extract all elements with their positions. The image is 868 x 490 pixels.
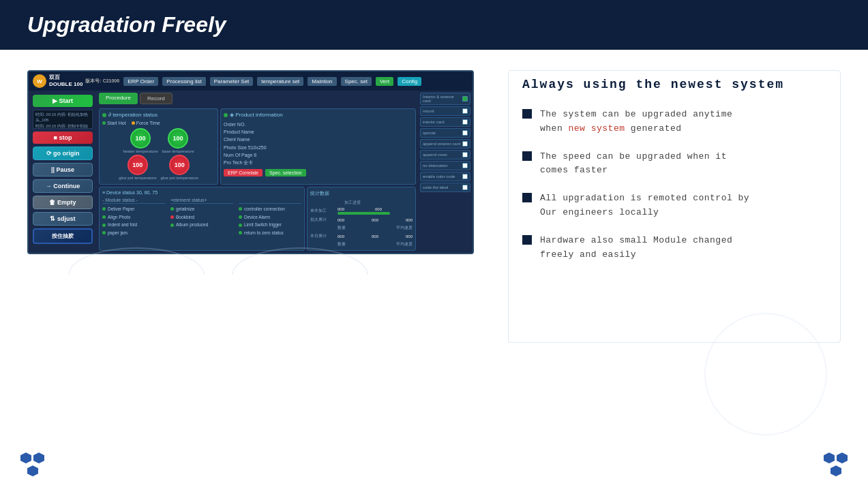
stats-vals-2: 000 000 000 <box>338 218 413 222</box>
enable-color-checkbox[interactable] <box>462 174 468 179</box>
special-checkbox[interactable] <box>462 130 468 136</box>
sub2: 平均速度 <box>396 225 413 231</box>
enable-color-label: enable color code <box>423 174 455 179</box>
sub3: 数量 <box>338 241 346 247</box>
sv4: 000 <box>338 218 344 222</box>
gelatinize-dot <box>170 207 174 211</box>
mount-checkbox[interactable] <box>462 108 468 114</box>
device-columns: - Module status - Deliver Paper Align Ph… <box>102 198 301 237</box>
no-dislocation-item[interactable]: no dislocation <box>420 161 470 170</box>
continue-button[interactable]: → Continue <box>33 179 93 193</box>
erp-correlate-btn[interactable]: ERP Correlate <box>224 169 263 177</box>
paper-jam-item: paper jam <box>102 229 165 237</box>
heater-temp-gauge: 100 heater temperature <box>123 128 158 153</box>
go-origin-button[interactable]: ⟳ go origin <box>33 147 93 160</box>
stats-header-2: 加工进度 <box>344 200 378 206</box>
glue-pot-1-gauge: 100 glue pot temperature <box>119 155 156 180</box>
start-button[interactable]: ▶ Start <box>33 95 93 107</box>
config-btn[interactable]: Config <box>398 77 421 86</box>
page-header: Upgradation Freely <box>0 0 868 50</box>
append-exterior-label: append exterior card <box>423 142 460 146</box>
stop-button[interactable]: ■ stop <box>33 132 93 144</box>
module-status-title: - Module status - <box>102 198 165 204</box>
erp-order-btn[interactable]: ERP Order <box>123 77 158 86</box>
temp-indicator <box>102 113 106 117</box>
temperature-set-btn[interactable]: temperature set <box>257 77 303 86</box>
code-label-label: code the label <box>423 185 448 189</box>
interior-exterior-checkbox[interactable] <box>462 96 468 102</box>
code-label-item[interactable]: code the label <box>420 183 470 192</box>
feature-bullet-1 <box>522 109 532 119</box>
logo-text: 双百DOUBLE 100 <box>49 74 83 87</box>
interior-card-item[interactable]: interior card <box>420 117 470 127</box>
enable-color-item[interactable]: enable color code <box>420 172 470 181</box>
page-title: Upgradation Freely <box>27 12 841 37</box>
top-row: ∂ temperation status Start Hot Force Tim… <box>99 108 416 185</box>
stats-header-1 <box>310 200 344 206</box>
logo-icon: W <box>33 74 46 88</box>
stats-progress-1: 000 000 <box>338 207 413 215</box>
deliver-paper-dot <box>102 207 106 211</box>
feature-item-4: Hardware also small Module changedfreely… <box>522 234 826 262</box>
spec-selection-btn[interactable]: Spec. selection <box>265 169 305 177</box>
product-info-panel: ◈ Product information Order NO. Product … <box>220 108 416 185</box>
deco-arcs-area <box>27 247 481 275</box>
device-panel-title: ≡ Device status 30, 80, 75 <box>102 190 301 195</box>
screenshot-topbar: W 双百DOUBLE 100 版本号: C21006 ERP Order Pro… <box>29 72 473 91</box>
processing-list-btn[interactable]: Processing list <box>162 77 206 86</box>
append-cover-label: append cover <box>423 153 447 157</box>
hex-5 <box>837 453 848 463</box>
interior-card-checkbox[interactable] <box>462 119 468 125</box>
feature-bullet-2 <box>522 151 532 161</box>
glue-pot-1-circle: 100 <box>128 155 148 175</box>
controller-conn-dot <box>239 207 242 211</box>
bookbind-dot <box>170 215 174 219</box>
special-label: special <box>423 131 436 135</box>
record-tab[interactable]: Record <box>140 93 173 104</box>
main-content: W 双百DOUBLE 100 版本号: C21006 ERP Order Pro… <box>0 50 868 363</box>
append-cover-checkbox[interactable] <box>462 152 468 157</box>
base-temp-gauge: 100 base temperature <box>162 128 194 153</box>
spec-set-btn[interactable]: Spec. set <box>341 77 372 86</box>
product-buttons: ERP Correlate Spec. selection <box>224 169 413 177</box>
feature-text-4: Hardware also small Module changedfreely… <box>540 234 732 262</box>
append-exterior-item[interactable]: append exterior card <box>420 139 470 149</box>
screenshot-right-sidebar: Interior & exterior card mount interior … <box>418 91 473 253</box>
code-label-checkbox[interactable] <box>462 185 468 190</box>
no-dislocation-checkbox[interactable] <box>462 163 468 168</box>
heater-gauge-label: heater temperature <box>123 149 158 153</box>
return-zero-item: return to zero status <box>239 229 301 237</box>
stats-row-3: 本日累计 000 000 000 <box>310 233 413 239</box>
stats-sublabels-3: 数量 平均速度 <box>310 241 413 247</box>
sv1: 000 <box>338 207 344 211</box>
adjust-button[interactable]: ⇅ sdjust <box>33 212 93 226</box>
temp-options: Start Hot Force Time <box>102 121 215 125</box>
append-cover-item[interactable]: append cover <box>420 150 470 159</box>
mount-item[interactable]: mount <box>420 106 470 116</box>
empty-button[interactable]: 🗑 Empty <box>33 196 93 209</box>
append-exterior-checkbox[interactable] <box>462 141 468 147</box>
pause-button[interactable]: || Pause <box>33 163 93 177</box>
product-name-field: Product Name <box>224 128 413 136</box>
hex-group-left <box>20 453 44 476</box>
press-button[interactable]: 按住抽胶 <box>33 228 93 244</box>
parameter-set-btn[interactable]: Parameter Set <box>210 77 254 86</box>
indent-fold-item: Indent and fold <box>102 221 165 229</box>
feature-text-2: The speed can be upgraded when itcomes f… <box>540 150 727 179</box>
sv5: 000 <box>372 218 378 222</box>
model-number: 版本号: C21006 <box>85 78 119 85</box>
no-dislocation-label: no dislocation <box>423 164 448 168</box>
log-display: 时间: 20:15 内容: 初始化加热头_105 时间: 20:15 内容: 控… <box>33 110 93 129</box>
mount-label: mount <box>423 109 434 113</box>
vert-btn[interactable]: Vert <box>376 77 393 86</box>
album-produced-item: Album produced <box>170 221 233 229</box>
special-item[interactable]: special <box>420 128 470 138</box>
procedure-tabs: Procedure Record <box>99 93 416 104</box>
glue-pot-2-label: glue pot temperature <box>161 176 198 180</box>
maintion-btn[interactable]: Maintion <box>308 77 336 86</box>
left-control-panel: ▶ Start 时间: 20:15 内容: 初始化加热头_105 时间: 20:… <box>29 91 97 253</box>
glue-pot-1-label: glue pot temperature <box>119 176 156 180</box>
glue-pot-2-circle: 100 <box>169 155 190 175</box>
interior-exterior-card-item[interactable]: Interior & exterior card <box>420 93 470 105</box>
procedure-tab[interactable]: Procedure <box>99 93 138 104</box>
